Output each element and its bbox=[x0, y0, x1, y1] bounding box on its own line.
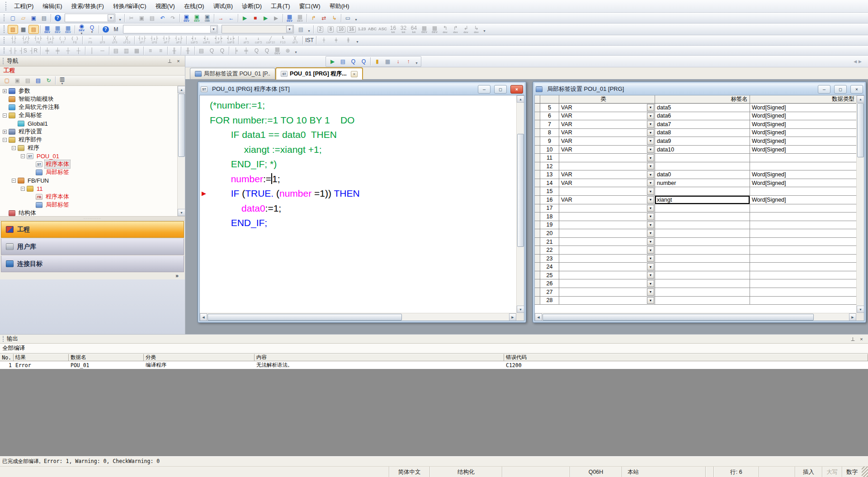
label-name-cell[interactable] bbox=[655, 229, 750, 238]
row-selector[interactable] bbox=[535, 229, 540, 238]
skip-exec-icon[interactable]: ↳ bbox=[329, 14, 340, 23]
label-name-cell[interactable] bbox=[655, 187, 750, 196]
monitor-write-icon[interactable]: ▶ bbox=[260, 14, 271, 23]
output-row[interactable]: 1ErrorPOU_01编译程序无法解析语法。C1200 bbox=[0, 361, 868, 369]
dev-display-icon[interactable]: ▦DEV bbox=[284, 14, 295, 23]
class-cell[interactable]: VAR▼ bbox=[559, 179, 655, 188]
tab-close-icon[interactable]: × bbox=[351, 71, 358, 77]
label-horizontal-scrollbar[interactable]: ◀ ▶ bbox=[535, 313, 856, 321]
help-icon[interactable]: ? bbox=[52, 14, 63, 23]
tree-item-程序本体[interactable]: ST程序本体 bbox=[1, 160, 178, 168]
quick-access-combo[interactable]: ▼ bbox=[65, 14, 115, 22]
toolbar-overflow-icon[interactable]: ▾ bbox=[293, 46, 299, 55]
collapse-icon[interactable]: − bbox=[21, 154, 25, 158]
page-find-icon[interactable]: ▤ bbox=[296, 25, 306, 34]
tree-item-结构体[interactable]: 结构体 bbox=[1, 209, 178, 216]
monitor-stop-icon[interactable]: ■ bbox=[250, 14, 260, 23]
tree-item-局部标签[interactable]: 局部标签 bbox=[1, 201, 178, 209]
find-range-combo[interactable]: ▼ bbox=[222, 25, 294, 33]
splitter-dots[interactable]: ········· bbox=[0, 216, 185, 221]
toolbar-grip[interactable] bbox=[4, 37, 6, 43]
row-selector[interactable] bbox=[535, 213, 540, 221]
statement-edit-icon[interactable]: ▦DEV bbox=[52, 25, 63, 34]
label-vscroll-thumb[interactable] bbox=[857, 103, 864, 157]
scroll-right-icon[interactable]: ▶ bbox=[849, 313, 856, 321]
row-selector[interactable] bbox=[535, 221, 540, 230]
toolbar-overflow-icon[interactable]: ▾ bbox=[414, 57, 420, 66]
toolbar-grip[interactable] bbox=[4, 47, 6, 53]
class-cell[interactable]: ▼ bbox=[559, 279, 655, 288]
tree-item-全局标签[interactable]: −全局标签 bbox=[1, 111, 178, 119]
tab-pou-program[interactable]: STPOU_01 [PRG] 程序...× bbox=[275, 67, 363, 80]
combo-dropdown-icon[interactable]: ▼ bbox=[210, 26, 217, 33]
label-name-cell[interactable]: data6 bbox=[655, 112, 750, 121]
label-name-cell[interactable] bbox=[655, 271, 750, 280]
row-selector[interactable] bbox=[535, 271, 540, 280]
label-name-cell[interactable]: data8 bbox=[655, 129, 750, 137]
class-dropdown-icon[interactable]: ▼ bbox=[647, 255, 654, 262]
device-find-icon[interactable]: Q▼ bbox=[87, 25, 97, 34]
menu-item-5[interactable]: 视图(V) bbox=[151, 0, 179, 12]
pin-icon[interactable]: ⊤ bbox=[849, 335, 857, 342]
module-list-icon[interactable]: ▦ bbox=[18, 25, 28, 34]
data-type-cell[interactable] bbox=[750, 246, 856, 255]
toolbar-overflow-icon[interactable]: ▾ bbox=[117, 14, 123, 23]
data-type-cell[interactable] bbox=[750, 288, 856, 297]
resize-grip[interactable] bbox=[862, 467, 868, 477]
data-type-cell[interactable]: Word[Signed] bbox=[750, 170, 856, 179]
tree-item-程序部件[interactable]: −程序部件 bbox=[1, 136, 178, 144]
label-name-cell[interactable]: data0 bbox=[655, 170, 750, 179]
data-type-cell[interactable]: Word[Signed] bbox=[750, 179, 856, 188]
class-dropdown-icon[interactable]: ▼ bbox=[647, 246, 654, 254]
minimize-button[interactable]: — bbox=[818, 85, 830, 94]
st-editor-title-bar[interactable]: ST POU_01 [PRG] 程序本体 [ST] — □ × bbox=[199, 83, 524, 95]
label-name-cell[interactable]: data9 bbox=[655, 137, 750, 146]
menu-item-8[interactable]: 诊断(D) bbox=[237, 0, 266, 12]
collapse-icon[interactable]: − bbox=[21, 187, 25, 191]
data-type-cell[interactable] bbox=[750, 279, 856, 288]
display-format-icon[interactable]: ◉DEV▼ bbox=[76, 25, 87, 34]
toolbar-overflow-icon[interactable]: ▾ bbox=[353, 14, 359, 23]
local-label-title-bar[interactable]: 局部标签设置 POU_01 [PRG] — □ × bbox=[534, 83, 864, 95]
st-code-area[interactable]: (*number:=1;FOR number:=1 TO 10 BY 1 DO … bbox=[210, 98, 515, 312]
toolbar-overflow-icon[interactable]: ▾ bbox=[354, 36, 360, 45]
minimize-button[interactable]: — bbox=[478, 85, 491, 94]
class-cell[interactable]: ▼ bbox=[559, 246, 655, 255]
class-dropdown-icon[interactable]: ▼ bbox=[647, 179, 654, 187]
data-type-cell[interactable] bbox=[750, 154, 856, 162]
row-selector[interactable] bbox=[535, 255, 540, 263]
class-dropdown-icon[interactable]: ▼ bbox=[647, 272, 654, 279]
collapse-icon[interactable]: − bbox=[12, 146, 16, 150]
class-dropdown-icon[interactable]: ▼ bbox=[647, 230, 654, 237]
class-dropdown-icon[interactable]: ▼ bbox=[647, 213, 654, 220]
class-dropdown-icon[interactable]: ▼ bbox=[647, 205, 654, 212]
scroll-left-icon[interactable]: ◀ bbox=[535, 313, 542, 321]
data-type-cell[interactable] bbox=[750, 238, 856, 246]
tree-item-程序本体[interactable]: FB程序本体 bbox=[1, 193, 178, 201]
tree-item-POU_01[interactable]: −STPOU_01 bbox=[1, 152, 178, 160]
label-name-cell[interactable] bbox=[655, 297, 750, 305]
class-dropdown-icon[interactable]: ▼ bbox=[647, 263, 654, 270]
class-dropdown-icon[interactable]: ▼ bbox=[647, 113, 654, 120]
editor-vscroll-thumb[interactable] bbox=[517, 134, 524, 247]
column-insert-icon[interactable]: ▮ bbox=[372, 57, 382, 66]
data-type-cell[interactable] bbox=[750, 271, 856, 280]
menu-item-9[interactable]: 工具(T) bbox=[266, 0, 295, 12]
class-dropdown-icon[interactable]: ▼ bbox=[647, 104, 654, 111]
grid-display-icon[interactable]: ▦ bbox=[382, 57, 393, 66]
scroll-down-icon[interactable]: ▼ bbox=[517, 306, 524, 313]
row-selector[interactable] bbox=[535, 246, 540, 255]
expand-icon[interactable]: + bbox=[3, 130, 7, 134]
toolbar-overflow-icon[interactable]: ▾ bbox=[481, 25, 487, 34]
class-dropdown-icon[interactable]: ▼ bbox=[647, 171, 654, 178]
class-cell[interactable]: VAR▼ bbox=[559, 146, 655, 154]
class-cell[interactable]: ▼ bbox=[559, 255, 655, 263]
row-selector[interactable] bbox=[535, 120, 540, 129]
data-type-cell[interactable] bbox=[750, 221, 856, 230]
class-dropdown-icon[interactable]: ▼ bbox=[647, 154, 654, 161]
nav-button-用户库[interactable]: 用户库 bbox=[1, 238, 184, 255]
write-to-plc-icon[interactable]: → bbox=[216, 14, 226, 23]
collapse-icon[interactable]: − bbox=[12, 179, 16, 183]
device-comment-icon[interactable]: ▣DEV bbox=[181, 14, 192, 23]
data-type-cell[interactable] bbox=[750, 263, 856, 271]
